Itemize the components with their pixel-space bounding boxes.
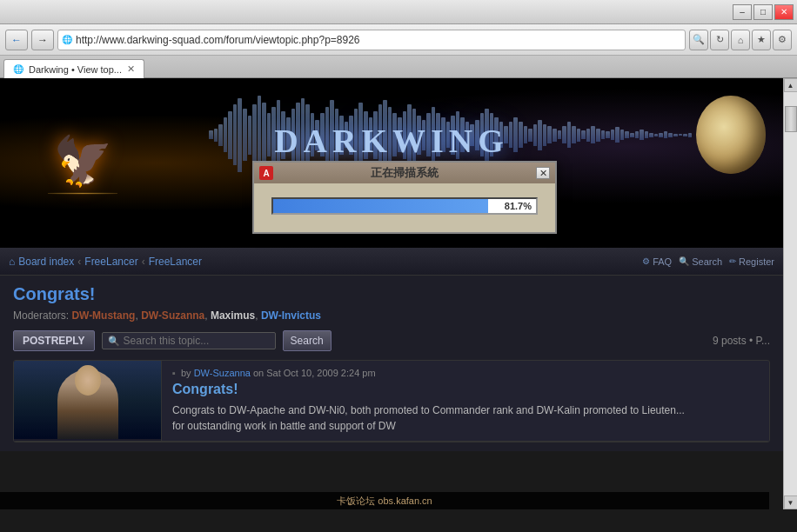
forward-button[interactable]: →	[31, 30, 54, 50]
scan-progress-text: 81.7%	[505, 201, 532, 211]
refresh-btn[interactable]: ↻	[710, 30, 729, 50]
scan-dialog-body: 81.7%	[254, 183, 555, 232]
scan-dialog-overlay: A 正在掃描系統 ✕ 81.7%	[0, 78, 783, 509]
content-wrapper: 🦅 DARKWING Our wings will darken the sun…	[0, 78, 797, 509]
tools-btn[interactable]: ⚙	[773, 30, 792, 50]
scan-dialog: A 正在掃描系統 ✕ 81.7%	[252, 161, 557, 234]
active-tab[interactable]: 🌐 Darkwing • View top... ✕	[3, 59, 144, 78]
nav-right-buttons: 🔍 ↻ ⌂ ★ ⚙	[689, 30, 792, 50]
url-text: http://www.darkwing-squad.com/forum/view…	[76, 34, 360, 46]
scan-dialog-app-icon: A	[259, 166, 273, 180]
tab-bar: 🌐 Darkwing • View top... ✕	[0, 56, 797, 78]
scrollbar-up-button[interactable]: ▲	[784, 78, 798, 92]
tab-favicon-icon: 🌐	[13, 64, 23, 74]
ie-icon: 🌐	[62, 35, 72, 44]
favorites-btn[interactable]: ★	[752, 30, 771, 50]
nav-bar: ← → 🌐 http://www.darkwing-squad.com/foru…	[0, 24, 797, 56]
maximize-button[interactable]: □	[753, 4, 773, 20]
tab-close-button[interactable]: ✕	[127, 63, 135, 75]
back-button[interactable]: ←	[5, 30, 28, 50]
scrollbar-right: ▲ ▼	[783, 78, 797, 509]
home-btn[interactable]: ⌂	[731, 30, 750, 50]
search-nav-btn[interactable]: 🔍	[689, 30, 708, 50]
window-controls: – □ ✕	[733, 4, 794, 20]
scan-dialog-title: 正在掃描系統	[273, 165, 536, 181]
scrollbar-thumb[interactable]	[785, 106, 797, 132]
scan-progress-wrap: 81.7%	[271, 197, 538, 215]
scan-progress-bar-bg: 81.7%	[271, 197, 538, 215]
title-bar: – □ ✕	[0, 0, 797, 24]
address-bar[interactable]: 🌐 http://www.darkwing-squad.com/forum/vi…	[57, 30, 686, 50]
scan-dialog-titlebar: A 正在掃描系統 ✕	[254, 163, 555, 183]
page-content: 🦅 DARKWING Our wings will darken the sun…	[0, 78, 783, 509]
tab-label: Darkwing • View top...	[29, 64, 122, 75]
minimize-button[interactable]: –	[733, 4, 752, 20]
scrollbar-down-button[interactable]: ▼	[784, 495, 798, 509]
close-button[interactable]: ✕	[774, 4, 794, 20]
scan-dialog-close-button[interactable]: ✕	[536, 167, 550, 179]
scan-progress-bar-fill	[273, 199, 488, 213]
